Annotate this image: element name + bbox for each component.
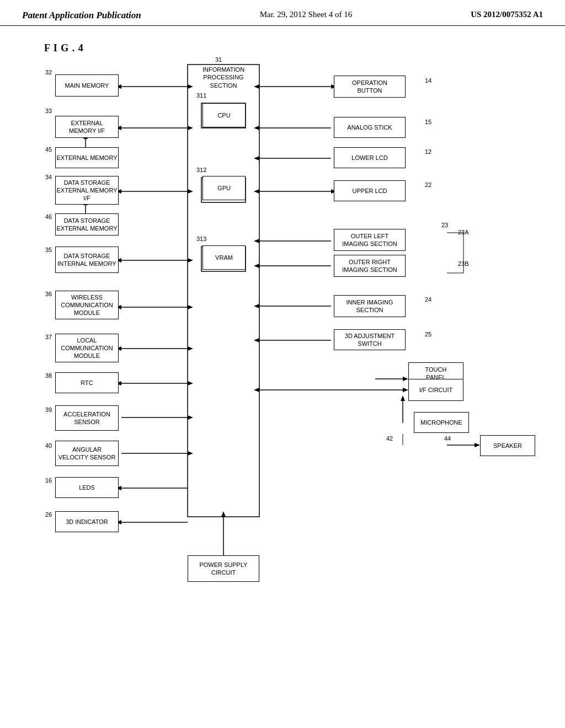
box-wireless-comm: WIRELESS COMMUNICATION MODULE — [55, 291, 119, 319]
svg-marker-58 — [403, 377, 408, 381]
box-3d-indicator: 3D INDICATOR — [55, 511, 119, 532]
svg-marker-14 — [188, 189, 193, 194]
ref-15: 15 — [425, 119, 431, 125]
ref-44: 44 — [444, 435, 451, 442]
box-microphone: MICROPHONE — [414, 412, 469, 433]
ref-23a: 23A — [458, 229, 469, 235]
ref-32: 32 — [45, 69, 52, 76]
box-inner-imaging: INNER IMAGING SECTION — [334, 295, 406, 317]
ref-36: 36 — [45, 291, 52, 297]
diagram-area: F I G . 4 — [0, 26, 565, 688]
box-outer-left-imaging: OUTER LEFT IMAGING SECTION — [334, 229, 406, 251]
ref-23b: 23B — [458, 260, 469, 267]
ref-26: 26 — [45, 511, 52, 518]
ref-38: 38 — [45, 372, 52, 379]
box-rtc: RTC — [55, 372, 119, 393]
ref-42: 42 — [386, 435, 393, 442]
ref-45: 45 — [45, 146, 52, 153]
box-external-memory: EXTERNAL MEMORY — [55, 147, 119, 168]
fig-label: F I G . 4 — [44, 42, 84, 54]
svg-marker-28 — [188, 381, 193, 386]
svg-rect-0 — [188, 65, 259, 517]
box-speaker: SPEAKER — [480, 435, 535, 456]
ref-23: 23 — [441, 222, 448, 228]
svg-marker-61 — [403, 388, 408, 392]
ref-312: 312 — [196, 167, 206, 173]
svg-marker-25 — [188, 346, 193, 351]
box-leds: LEDS — [55, 477, 119, 498]
ref-311: 311 — [196, 92, 206, 99]
box-3d-adjustment: 3D ADJUSTMENT SWITCH — [334, 329, 406, 350]
svg-marker-30 — [188, 415, 193, 420]
box-data-storage-ext-mem: DATA STORAGE EXTERNAL MEMORY — [55, 213, 119, 235]
ref-34: 34 — [45, 174, 52, 180]
svg-marker-38 — [221, 511, 226, 517]
box-local-comm: LOCAL COMMUNICATION MODULE — [55, 334, 119, 362]
header-date-sheet: Mar. 29, 2012 Sheet 4 of 16 — [260, 10, 352, 19]
box-operation-button: OPERATION BUTTON — [334, 76, 406, 98]
box-upper-lcd: UPPER LCD — [334, 180, 406, 201]
svg-marker-54 — [254, 304, 259, 308]
ref-22: 22 — [425, 181, 431, 188]
box-external-memory-if: EXTERNAL MEMORY I/F — [55, 116, 119, 138]
ref-313: 313 — [196, 235, 206, 242]
svg-marker-19 — [188, 258, 193, 263]
ref-37: 37 — [45, 334, 52, 340]
box-angular-velocity: ANGULAR VELOCITY SENSOR — [55, 441, 119, 466]
box-gpu: GPU — [202, 176, 246, 200]
ref-31: 31 — [215, 56, 222, 63]
ref-24: 24 — [425, 296, 431, 303]
svg-marker-60 — [254, 388, 259, 392]
box-main-memory: MAIN MEMORY — [55, 74, 119, 97]
svg-marker-48 — [254, 189, 259, 194]
svg-marker-43 — [254, 126, 259, 130]
svg-marker-9 — [188, 126, 193, 130]
box-analog-stick: ANALOG STICK — [334, 117, 406, 138]
box-lower-lcd: LOWER LCD — [334, 147, 406, 168]
ref-12: 12 — [425, 148, 431, 155]
box-power-supply: POWER SUPPLY CIRCUIT — [188, 555, 259, 582]
box-vram: VRAM — [202, 245, 246, 270]
page-header: Patent Application Publication Mar. 29, … — [0, 0, 565, 26]
svg-marker-45 — [254, 156, 259, 160]
svg-marker-63 — [401, 395, 405, 401]
svg-marker-52 — [254, 264, 259, 268]
ref-35: 35 — [45, 247, 52, 253]
ref-46: 46 — [45, 213, 52, 220]
ref-33: 33 — [45, 108, 52, 114]
box-data-storage-int-mem: DATA STORAGE INTERNAL MEMORY — [55, 247, 119, 273]
ref-14: 14 — [425, 77, 431, 84]
box-data-storage-ext-mem-if: DATA STORAGE EXTERNAL MEMORY I/F — [55, 176, 119, 205]
ref-40: 40 — [45, 442, 52, 449]
svg-marker-66 — [475, 443, 480, 447]
svg-marker-32 — [188, 451, 193, 456]
box-acceleration-sensor: ACCELERATION SENSOR — [55, 405, 119, 431]
box-info-processing-label: INFORMATION PROCESSING SECTION — [190, 66, 257, 89]
box-if-circuit: I/F CIRCUIT — [408, 379, 463, 401]
svg-marker-22 — [188, 305, 193, 309]
box-cpu: CPU — [202, 103, 246, 127]
box-outer-right-imaging: OUTER RIGHT IMAGING SECTION — [334, 255, 406, 277]
svg-marker-50 — [254, 239, 259, 243]
svg-marker-56 — [254, 338, 259, 342]
header-publication-type: Patent Application Publication — [22, 10, 141, 21]
ref-25: 25 — [425, 331, 431, 338]
ref-39: 39 — [45, 406, 52, 413]
ref-16: 16 — [45, 477, 52, 484]
header-patent-number: US 2012/0075352 A1 — [471, 10, 543, 19]
